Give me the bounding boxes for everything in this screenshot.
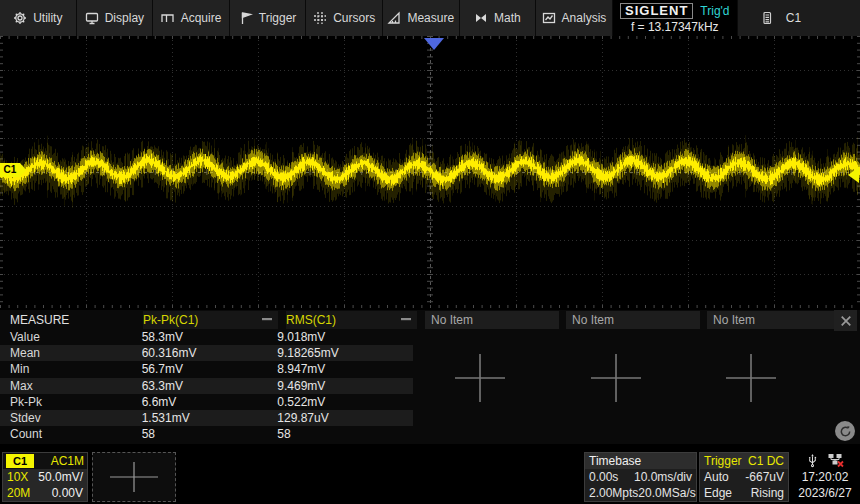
timebase-delay: 0.00s xyxy=(589,470,618,484)
row-label: Pk-Pk xyxy=(0,395,142,409)
cell-value: 56.7mV xyxy=(142,362,278,376)
cell-value: 6.6mV xyxy=(142,395,278,409)
menu-math[interactable]: Math xyxy=(460,0,537,36)
trigger-level-marker[interactable] xyxy=(848,167,859,183)
measure-panel: MEASURE Pk-Pk(C1) RMS(C1) No Item No Ite… xyxy=(0,310,860,444)
reset-statistics-icon[interactable] xyxy=(835,421,855,441)
network-disconnected-icon xyxy=(828,453,844,468)
measure-col-pkpk[interactable]: Pk-Pk(C1) xyxy=(143,311,278,329)
menu-analysis[interactable]: Analysis xyxy=(536,0,613,36)
timebase-title: Timebase xyxy=(589,454,641,468)
table-row: Max 63.3mV 9.469mV xyxy=(0,378,413,394)
table-row: Count 58 58 xyxy=(0,426,413,442)
measure-col-label: Pk-Pk(C1) xyxy=(143,313,198,327)
acquire-icon xyxy=(161,11,175,25)
table-row: Stdev 1.531mV 129.87uV xyxy=(0,410,413,426)
cell-value: 63.3mV xyxy=(142,379,278,393)
add-channel-box[interactable] xyxy=(92,452,176,502)
siglent-logo: SIGLENT xyxy=(620,3,693,19)
probe-value: 10X xyxy=(7,470,28,484)
list-icon xyxy=(760,11,774,25)
cell-value: 58 xyxy=(277,427,413,441)
trigger-level: -667uV xyxy=(745,470,784,484)
cell-value: 1.531mV xyxy=(142,411,278,425)
cell-value: 9.018mV xyxy=(277,330,413,344)
cell-value: 60.316mV xyxy=(142,346,278,360)
cell-value: 58.3mV xyxy=(142,330,278,344)
channel-zero-marker[interactable]: C1 xyxy=(0,163,20,177)
timebase-box[interactable]: Timebase 0.00s 10.0ms/div 2.00Mpts 20.0M… xyxy=(584,452,697,502)
status-panel: 17:20:02 2023/6/27 xyxy=(792,452,858,502)
clock-time: 17:20:02 xyxy=(802,470,849,485)
menu-display[interactable]: Display xyxy=(77,0,154,36)
timebase-rate: 20.0MSa/s xyxy=(638,486,695,500)
display-icon xyxy=(85,11,99,25)
frequency-readout: f = 13.17347kHz xyxy=(631,20,719,34)
trigger-mode: Auto xyxy=(704,470,729,484)
volts-per-div: 50.0mV/ xyxy=(38,470,83,484)
trigger-source: C1 DC xyxy=(748,454,784,468)
analysis-icon xyxy=(542,11,556,25)
offset-value: 0.00V xyxy=(52,486,83,500)
cell-value: 9.469mV xyxy=(277,379,413,393)
timebase-scale: 10.0ms/div xyxy=(634,470,692,484)
measure-title: MEASURE xyxy=(0,313,143,327)
measure-header-row: MEASURE Pk-Pk(C1) RMS(C1) No Item No Ite… xyxy=(0,310,860,329)
trigger-title: Trigger xyxy=(704,454,742,468)
waveform-display[interactable] xyxy=(0,36,860,308)
channel1-info-box[interactable]: C1 AC1M 10X 50.0mV/ 20M 0.00V xyxy=(2,452,88,502)
trigger-type: Edge xyxy=(704,486,732,500)
table-row: Value 58.3mV 9.018mV xyxy=(0,329,413,345)
add-channel-icon xyxy=(108,460,160,494)
row-label: Value xyxy=(0,330,142,344)
table-row: Min 56.7mV 8.947mV xyxy=(0,361,413,377)
row-label: Max xyxy=(0,379,142,393)
add-measure-icon[interactable] xyxy=(447,351,513,405)
math-icon xyxy=(474,11,488,25)
measure-col-empty[interactable]: No Item xyxy=(566,311,700,329)
menu-acquire[interactable]: Acquire xyxy=(153,0,230,36)
row-label: Stdev xyxy=(0,411,142,425)
menu-label: Acquire xyxy=(181,11,222,25)
cell-value: 8.947mV xyxy=(277,362,413,376)
menu-measure[interactable]: Measure xyxy=(383,0,460,36)
menubar: Utility Display Acquire Trigger Cursors … xyxy=(0,0,860,36)
coupling-value: AC1M xyxy=(51,454,84,468)
remove-measure-icon[interactable] xyxy=(401,318,411,321)
channel1-badge[interactable]: C1 xyxy=(6,454,34,468)
trigger-position-marker[interactable] xyxy=(424,38,444,50)
channel-selector-label: C1 xyxy=(786,11,801,25)
menu-label: Utility xyxy=(33,11,62,25)
measure-icon xyxy=(387,11,401,25)
oscilloscope-screen: Utility Display Acquire Trigger Cursors … xyxy=(0,0,860,504)
measure-col-empty[interactable]: No Item xyxy=(707,311,841,329)
menu-label: Measure xyxy=(407,11,454,25)
bandwidth-value: 20M xyxy=(7,486,30,500)
cell-value: 9.18265mV xyxy=(277,346,413,360)
menu-label: Math xyxy=(494,11,521,25)
menu-label: Analysis xyxy=(562,11,607,25)
trigger-slope: Rising xyxy=(751,486,784,500)
add-measure-icon[interactable] xyxy=(718,351,784,405)
menu-trigger[interactable]: Trigger xyxy=(230,0,307,36)
cell-value: 129.87uV xyxy=(277,411,413,425)
menu-utility[interactable]: Utility xyxy=(0,0,77,36)
remove-measure-icon[interactable] xyxy=(262,318,272,321)
close-icon[interactable] xyxy=(834,310,857,331)
flag-icon xyxy=(239,11,253,25)
trigger-box[interactable]: Trigger C1 DC Auto -667uV Edge Rising xyxy=(699,452,789,502)
menu-label: Display xyxy=(105,11,144,25)
timebase-points: 2.00Mpts xyxy=(589,486,638,500)
cell-value: 58 xyxy=(142,427,278,441)
add-measure-icon[interactable] xyxy=(583,351,649,405)
trigger-status: Trig'd xyxy=(700,4,729,18)
row-label: Count xyxy=(0,427,142,441)
bottombar: C1 AC1M 10X 50.0mV/ 20M 0.00V Timebase 0… xyxy=(0,450,860,504)
menu-cursors[interactable]: Cursors xyxy=(306,0,383,36)
cursors-icon xyxy=(313,11,327,25)
channel-selector-button[interactable]: C1 xyxy=(738,0,860,36)
measure-col-empty[interactable]: No Item xyxy=(425,311,559,329)
measure-col-label: RMS(C1) xyxy=(286,313,336,327)
menu-label: Trigger xyxy=(259,11,297,25)
measure-col-rms[interactable]: RMS(C1) xyxy=(286,311,417,329)
